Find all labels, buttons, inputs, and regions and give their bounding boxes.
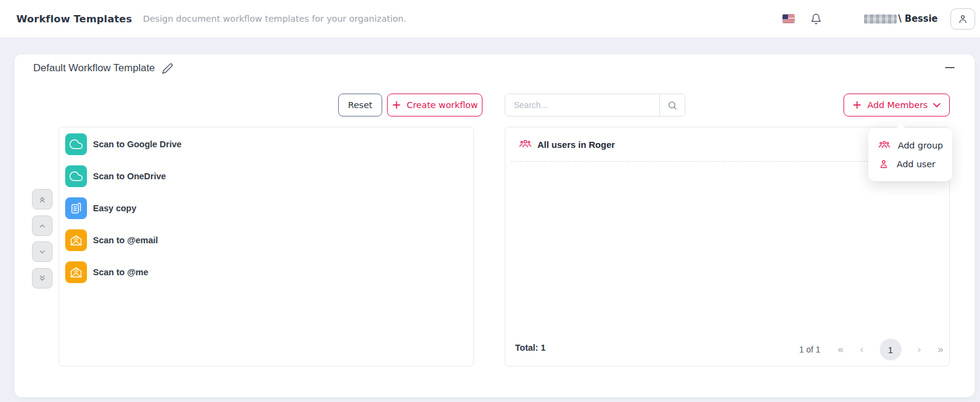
collapse-card-button[interactable]: [943, 63, 956, 72]
create-workflow-label: Create workflow: [407, 100, 478, 110]
workflow-row[interactable]: Scan to Google Drive: [59, 128, 473, 160]
workflow-row[interactable]: Scan to OneDrive: [59, 160, 473, 192]
page-subtitle: Design document workflow templates for y…: [143, 14, 406, 24]
card-header: Default Workflow Template: [33, 59, 173, 77]
move-bottom-button[interactable]: [32, 268, 53, 289]
total-count: Total: 1: [515, 343, 545, 353]
move-top-button[interactable]: [32, 189, 53, 209]
move-up-button[interactable]: [32, 215, 53, 236]
card-title: Default Workflow Template: [33, 62, 155, 74]
workflow-template-card: Default Workflow Template Reset + Create…: [14, 54, 975, 397]
menu-item-add-group[interactable]: Add group: [868, 136, 952, 155]
add-members-label: Add Members: [868, 100, 928, 110]
language-flag-icon[interactable]: [783, 14, 795, 23]
add-members-button[interactable]: + Add Members: [844, 94, 950, 116]
menu-item-label: Add user: [897, 159, 935, 169]
move-down-button[interactable]: [32, 241, 53, 262]
member-search: [505, 94, 685, 116]
double-chevron-down-icon: [37, 273, 47, 283]
reset-button[interactable]: Reset: [338, 94, 382, 116]
menu-notch: [896, 124, 906, 134]
group-icon: [519, 138, 531, 150]
mail-icon: @: [65, 261, 87, 283]
chevron-up-icon: [37, 221, 47, 231]
edit-pencil-icon[interactable]: [162, 63, 173, 74]
group-icon: [879, 139, 890, 151]
user-name-text: \ Bessie: [898, 13, 938, 24]
flag-canton: [783, 14, 788, 19]
user-icon: [879, 159, 889, 169]
workflow-label: Scan to Google Drive: [93, 139, 182, 149]
current-page-button[interactable]: 1: [880, 339, 902, 360]
workflow-label: Scan to @me: [93, 267, 149, 277]
menu-item-label: Add group: [898, 141, 943, 150]
mail-icon: @: [65, 229, 87, 251]
user-name: \ Bessie: [864, 13, 938, 24]
topbar-actions: \ Bessie: [783, 8, 975, 30]
top-header: Workflow Templates Design document workf…: [0, 0, 980, 38]
notifications-bell-icon[interactable]: [810, 13, 822, 25]
search-input[interactable]: [505, 94, 659, 116]
workflow-label: Scan to @email: [93, 235, 158, 245]
redacted-domain: [864, 14, 897, 24]
workflow-row[interactable]: @ Scan to @email: [59, 224, 473, 256]
search-button[interactable]: [659, 94, 685, 116]
next-page-button[interactable]: ›: [917, 344, 921, 355]
menu-item-add-user[interactable]: Add user: [868, 155, 952, 173]
workflow-label: Scan to OneDrive: [93, 171, 166, 181]
workflow-label: Easy copy: [93, 203, 136, 213]
account-button[interactable]: [950, 8, 975, 30]
page-range-label: 1 of 1: [799, 345, 821, 354]
chevron-down-icon: [37, 247, 47, 257]
first-page-button[interactable]: «: [837, 344, 844, 355]
cloud-icon: [65, 165, 87, 187]
plus-icon: +: [392, 99, 402, 110]
plus-icon: +: [853, 99, 862, 110]
workflow-row[interactable]: @ Scan to @me: [59, 256, 473, 288]
minus-icon: [945, 67, 955, 69]
chevron-down-icon: [933, 103, 941, 108]
workflow-list-panel: Scan to Google Drive Scan to OneDrive Ea…: [59, 127, 474, 366]
last-page-button[interactable]: »: [937, 344, 944, 355]
svg-text:@: @: [74, 267, 78, 273]
copy-icon: [65, 197, 87, 219]
cloud-icon: [65, 133, 87, 155]
svg-text:@: @: [74, 235, 78, 241]
double-chevron-up-icon: [37, 194, 47, 204]
page-title: Workflow Templates: [16, 13, 132, 25]
create-workflow-button[interactable]: + Create workflow: [387, 94, 482, 116]
add-members-menu: Add group Add user: [868, 128, 952, 181]
pagination: 1 of 1 « ‹ 1 › »: [799, 339, 944, 360]
workflow-row[interactable]: Easy copy: [59, 192, 473, 224]
prev-page-button[interactable]: ‹: [860, 344, 864, 355]
member-group-label: All users in Roger: [537, 139, 615, 150]
